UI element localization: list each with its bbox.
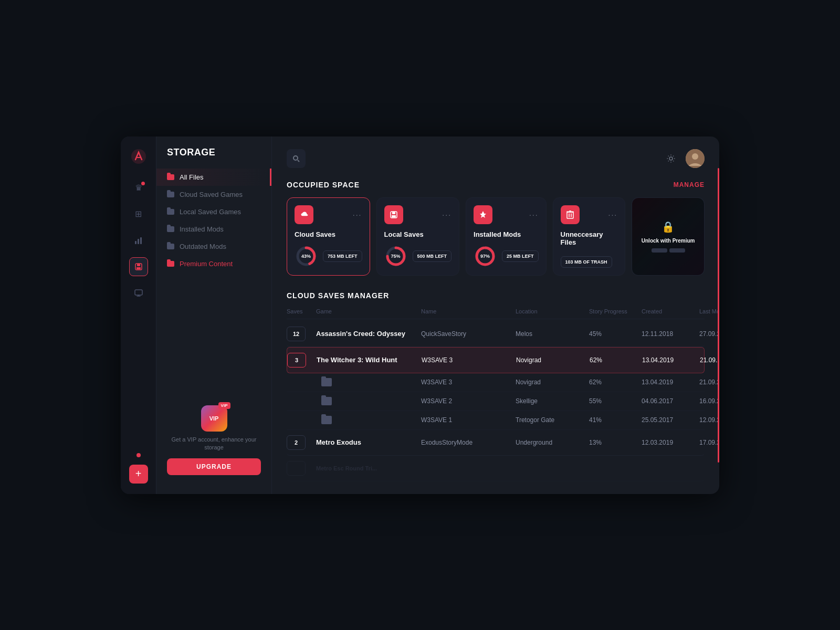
game-name-metro: Metro Exodus (316, 438, 421, 446)
save-created: 12.11.2018 (642, 330, 699, 338)
app-window: ♛ ⊞ + STORAGE (121, 136, 719, 494)
vip-icon: VIP VIP (201, 405, 227, 432)
settings-button[interactable] (663, 150, 679, 167)
sidebar-item-outdated-mods[interactable]: Outdated Mods (156, 238, 271, 255)
manage-link[interactable]: MANAGE (674, 181, 705, 188)
save-name-witcher: W3SAVE 3 (422, 356, 516, 364)
folder-red-icon (167, 174, 174, 180)
app-logo (129, 147, 148, 166)
save-location-metro: Underground (516, 439, 589, 446)
svg-rect-2 (138, 239, 139, 244)
mods-storage-badge: 25 MB LEFT (502, 250, 539, 262)
cloud-saves-label: Cloud Saves (295, 230, 362, 238)
col-created: Created (642, 308, 699, 314)
table-row-metro[interactable]: 2 Metro Exodus ExodusStoryMode Undergrou… (287, 430, 705, 456)
save-count: 12 (287, 327, 306, 341)
table-row[interactable]: 12 Assassin's Creed: Odyssey QuickSaveSt… (287, 321, 705, 347)
col-saves: Saves (287, 308, 316, 314)
scroll-accent (718, 168, 719, 463)
folder-icon (167, 244, 174, 249)
col-name: Name (421, 308, 516, 314)
cloud-saves-manager-title: CLOUD SAVES MANAGER (287, 291, 705, 300)
sidebar-item-local-saved-games[interactable]: Local Saved Games (156, 203, 271, 220)
svg-rect-7 (135, 290, 142, 295)
save-created-metro: 12.03.2019 (642, 439, 699, 446)
sidebar-bottom: VIP VIP Get a VIP account, enhance your … (156, 397, 271, 484)
table-row-partial[interactable]: Metro Esc Round Tri... (287, 456, 705, 481)
search-button[interactable] (287, 149, 306, 168)
occupied-space-header: OCCUPIED SPACE MANAGE (287, 181, 705, 189)
sub-row[interactable]: W3SAVE 1 Tretogor Gate 41% 25.05.2017 12… (287, 411, 705, 430)
mods-card-menu[interactable]: ··· (529, 211, 539, 219)
game-name: Assassin's Creed: Odyssey (316, 330, 421, 338)
nav-files[interactable]: ⊞ (129, 205, 148, 224)
folder-icon (167, 226, 174, 232)
svg-rect-3 (140, 237, 142, 244)
sidebar-item-cloud-saved-games[interactable]: Cloud Saved Games (156, 186, 271, 203)
sub-save-location-2: Skellige (516, 397, 589, 405)
unnecessary-files-label: Unneccesary Files (561, 230, 618, 246)
cloud-storage-badge: 753 MB LEFT (323, 250, 362, 262)
svg-rect-1 (135, 241, 136, 244)
save-count-metro: 2 (287, 435, 306, 450)
local-saves-card[interactable]: ··· Local Saves 75% 500 MB LEFT (376, 197, 460, 276)
local-donut: 75% (384, 245, 407, 268)
sidebar-item-all-files[interactable]: All Files (156, 169, 271, 186)
sub-save-created-3: 25.05.2017 (642, 416, 699, 424)
save-progress-witcher: 62% (590, 356, 642, 364)
sidebar-item-premium-content[interactable]: Premium Content (156, 255, 271, 272)
save-created-witcher: 13.04.2019 (642, 356, 700, 364)
header-right (663, 149, 705, 168)
cloud-donut: 43% (295, 245, 318, 268)
folder-small-icon (321, 378, 332, 386)
save-modified-witcher: 21.09.2019 (700, 356, 719, 364)
table-header: Saves Game Name Location Story Progress … (287, 308, 705, 319)
folder-small-icon (321, 397, 332, 405)
sub-row[interactable]: W3SAVE 3 Novigrad 62% 13.04.2019 21.09.2… (287, 373, 705, 392)
sub-row[interactable]: W3SAVE 2 Skellige 55% 04.06.2017 16.09.2… (287, 392, 705, 411)
sidebar: STORAGE All Files Cloud Saved Games Loca… (156, 136, 272, 494)
svg-point-10 (669, 157, 673, 160)
save-progress: 45% (589, 330, 642, 338)
col-progress: Story Progress (589, 308, 642, 314)
unnecessary-files-card[interactable]: ··· Unneccesary Files 103 MB OF TRASH (553, 197, 626, 276)
storage-cards-grid: ··· Cloud Saves 43% 753 MB LEFT (287, 197, 705, 276)
sub-save-name-2: W3SAVE 2 (421, 397, 516, 405)
user-avatar[interactable] (686, 149, 705, 168)
sub-save-modified-3: 12.09.2017 (699, 416, 719, 424)
mods-donut: 97% (474, 245, 497, 268)
installed-mods-card[interactable]: ··· Installed Mods 97% 25 MB LEFT (466, 197, 547, 276)
svg-point-12 (692, 153, 698, 160)
nav-monitor[interactable] (129, 284, 148, 302)
cloud-card-menu[interactable]: ··· (353, 211, 362, 219)
sub-save-progress-2: 55% (589, 397, 642, 405)
trash-icon-wrap (561, 205, 580, 224)
game-name-witcher: The Witcher 3: Wild Hunt (317, 356, 422, 364)
svg-rect-6 (136, 267, 141, 269)
upgrade-button[interactable]: UPGRADE (167, 458, 261, 475)
col-modified: Last modified (699, 308, 719, 314)
local-card-menu[interactable]: ··· (442, 211, 452, 219)
icon-bar-bottom: + (129, 453, 148, 484)
nav-settings[interactable] (136, 453, 141, 457)
trash-card-menu[interactable]: ··· (608, 211, 618, 219)
cloud-icon-wrap (295, 205, 313, 224)
installed-mods-label: Installed Mods (474, 230, 539, 238)
sub-save-modified-2: 16.09.2017 (699, 397, 719, 405)
save-location: Melos (516, 330, 589, 338)
sub-save-progress-3: 41% (589, 416, 642, 424)
premium-locked-card[interactable]: 🔒 Unlock with Premium (632, 197, 705, 276)
folder-small-icon (321, 416, 332, 424)
table-row-selected[interactable]: 3 The Witcher 3: Wild Hunt W3SAVE 3 Novi… (287, 347, 705, 373)
nav-chart[interactable] (129, 231, 148, 250)
nav-save[interactable] (129, 257, 148, 276)
sidebar-item-installed-mods[interactable]: Installed Mods (156, 220, 271, 238)
trash-storage-badge: 103 MB OF TRASH (561, 256, 612, 268)
occupied-space-title: OCCUPIED SPACE (287, 181, 360, 189)
nav-crown[interactable]: ♛ (129, 178, 148, 197)
cloud-saves-card[interactable]: ··· Cloud Saves 43% 753 MB LEFT (287, 197, 370, 276)
sub-save-modified-1: 21.09.2019 (699, 379, 719, 386)
premium-unlock-label: Unlock with Premium (642, 237, 695, 244)
mods-icon-wrap (474, 205, 492, 224)
add-button[interactable]: + (129, 465, 148, 484)
